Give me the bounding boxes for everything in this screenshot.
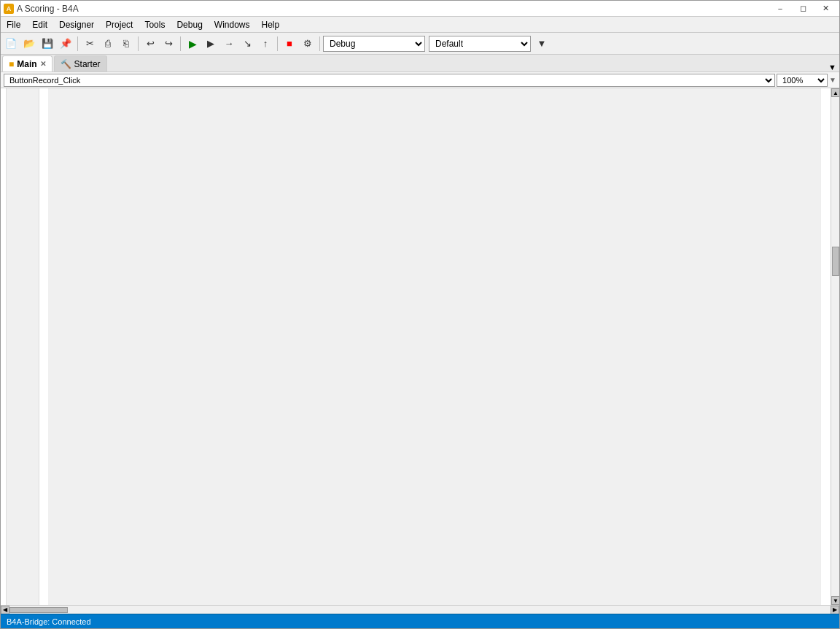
debug-dropdown[interactable]: Debug — [323, 36, 425, 52]
status-bar: B4A-Bridge: Connected — [1, 614, 839, 628]
tb-step-over[interactable]: → — [220, 35, 238, 53]
vertical-scrollbar[interactable]: ▲ ▼ — [831, 88, 839, 605]
tb-more[interactable]: ▼ — [533, 35, 551, 53]
menu-tools[interactable]: Tools — [139, 17, 171, 32]
app-window: A A Scoring - B4A − ◻ ✕ File Edit Design… — [0, 0, 840, 629]
tb-stop[interactable]: ■ — [281, 35, 298, 53]
menu-project[interactable]: Project — [100, 17, 139, 32]
minimize-button[interactable]: − — [769, 1, 791, 16]
menu-debug[interactable]: Debug — [171, 17, 208, 32]
left-gutter — [1, 88, 7, 605]
default-dropdown[interactable]: Default — [429, 36, 531, 52]
tb-new[interactable]: 📄 — [2, 35, 20, 53]
scroll-track[interactable] — [831, 97, 839, 596]
toolbar: 📄 📂 💾 📌 ✂ ⎙ ⎗ ↩ ↪ ▶ ▶ → ↘ ↑ ■ ⚙ Debug De… — [1, 33, 839, 55]
window-controls: − ◻ ✕ — [769, 1, 836, 16]
scroll-thumb-h[interactable] — [9, 607, 68, 613]
menu-file[interactable]: File — [1, 17, 26, 32]
tb-build[interactable]: ⚙ — [299, 35, 316, 53]
sub-toolbar: ButtonRecord_Click 100% ▼ — [1, 72, 839, 88]
code-area[interactable] — [48, 88, 820, 605]
tab-starter[interactable]: 🔨 Starter — [54, 55, 107, 72]
tab-starter-icon: 🔨 — [61, 59, 71, 69]
tb-sep3 — [180, 36, 181, 51]
tb-sep5 — [319, 36, 320, 51]
zoom-dropdown-arrow: ▼ — [829, 76, 836, 84]
tab-main-label: Main — [17, 59, 36, 69]
close-button[interactable]: ✕ — [814, 1, 836, 16]
restore-button[interactable]: ◻ — [792, 1, 814, 16]
scroll-left-button[interactable]: ◀ — [1, 606, 9, 614]
tab-main[interactable]: ■ Main ✕ — [2, 55, 52, 72]
menu-edit[interactable]: Edit — [26, 17, 53, 32]
indicator-col — [39, 88, 48, 605]
scroll-up-button[interactable]: ▲ — [831, 88, 839, 97]
scroll-down-button[interactable]: ▼ — [831, 596, 839, 605]
title-text: A Scoring - B4A — [17, 4, 79, 14]
tb-open[interactable]: 📂 — [20, 35, 38, 53]
scroll-right-button[interactable]: ▶ — [831, 606, 839, 614]
menu-help[interactable]: Help — [256, 17, 286, 32]
function-dropdown[interactable]: ButtonRecord_Click — [4, 74, 775, 87]
tb-saveas[interactable]: 📌 — [57, 35, 74, 53]
tb-undo[interactable]: ↩ — [141, 35, 159, 53]
app-icon: A — [4, 4, 14, 14]
tb-paste[interactable]: ⎗ — [117, 35, 135, 53]
scroll-thumb[interactable] — [832, 247, 839, 276]
tb-run[interactable]: ▶ — [184, 35, 201, 53]
horizontal-scrollbar[interactable]: ◀ ▶ — [1, 605, 839, 614]
tb-redo[interactable]: ↪ — [160, 35, 177, 53]
menu-windows[interactable]: Windows — [209, 17, 256, 32]
line-numbers — [7, 88, 39, 605]
editor-wrapper[interactable] — [1, 88, 831, 605]
title-bar-left: A A Scoring - B4A — [4, 4, 79, 14]
editor-section: ▲ ▼ ◀ ▶ — [1, 88, 839, 614]
tab-starter-label: Starter — [74, 59, 101, 69]
scroll-track-h[interactable] — [9, 606, 831, 614]
menu-bar: File Edit Designer Project Tools Debug W… — [1, 17, 839, 33]
title-bar: A A Scoring - B4A − ◻ ✕ — [1, 1, 839, 17]
tab-main-icon: ■ — [9, 59, 14, 69]
tab-bar: ■ Main ✕ 🔨 Starter ▼ — [1, 55, 839, 72]
tb-save[interactable]: 💾 — [39, 35, 56, 53]
right-markers — [820, 88, 831, 605]
menu-designer[interactable]: Designer — [53, 17, 100, 32]
tab-bar-right: ▼ — [828, 63, 839, 72]
editor-main — [1, 88, 831, 605]
tb-run2[interactable]: ▶ — [202, 35, 219, 53]
editor-body: ▲ ▼ — [1, 88, 839, 605]
zoom-dropdown[interactable]: 100% — [777, 74, 828, 87]
tb-step-into[interactable]: ↘ — [238, 35, 256, 53]
tb-cut[interactable]: ✂ — [81, 35, 98, 53]
status-text: B4A-Bridge: Connected — [7, 617, 91, 626]
tb-sep2 — [138, 36, 139, 51]
tb-copy[interactable]: ⎙ — [99, 35, 117, 53]
tb-step-out[interactable]: ↑ — [257, 35, 274, 53]
tab-main-close[interactable]: ✕ — [40, 60, 46, 68]
tb-sep1 — [77, 36, 78, 51]
tab-expand-icon[interactable]: ▼ — [828, 63, 836, 72]
tb-sep4 — [277, 36, 278, 51]
